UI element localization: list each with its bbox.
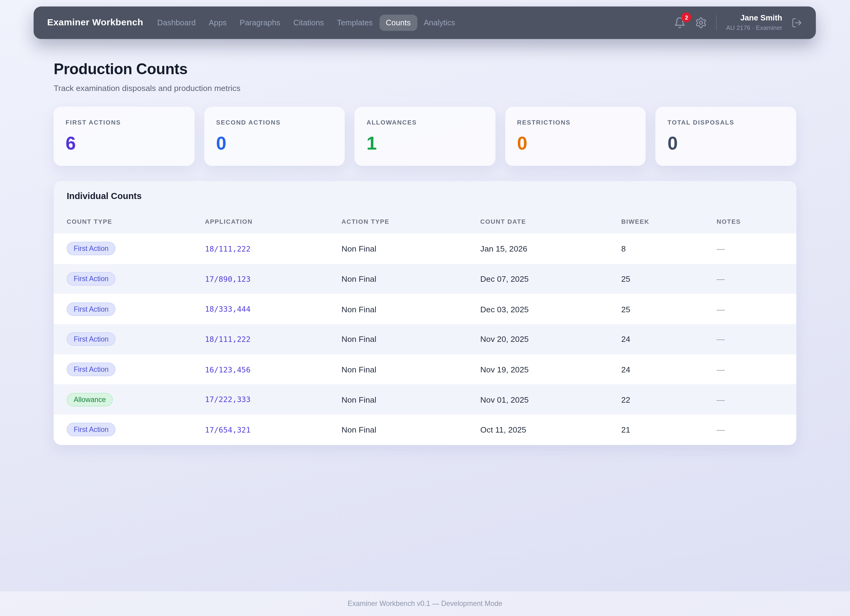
stat-card: FIRST ACTIONS 6: [54, 107, 195, 166]
count-type-badge: First Action: [67, 302, 115, 315]
biweek: 24: [621, 365, 717, 374]
count-type-badge: First Action: [67, 332, 115, 346]
action-type: Non Final: [342, 365, 480, 374]
table-row[interactable]: Allowance 17/222,333 Non Final Nov 01, 2…: [54, 384, 796, 415]
action-type: Non Final: [342, 395, 480, 404]
action-type: Non Final: [342, 304, 480, 314]
count-date: Jan 15, 2026: [480, 244, 621, 253]
stat-value: 6: [66, 134, 183, 153]
notes: —: [717, 335, 783, 344]
stat-card: RESTRICTIONS 0: [505, 107, 646, 166]
action-type: Non Final: [342, 425, 480, 434]
footer-text: Examiner Workbench v0.1 — Development Mo…: [348, 600, 502, 608]
column-header: BIWEEK: [621, 218, 717, 225]
page-title: Production Counts: [54, 61, 796, 78]
notes: —: [717, 304, 783, 314]
action-type: Non Final: [342, 274, 480, 283]
action-type: Non Final: [342, 335, 480, 344]
count-date: Nov 20, 2025: [480, 335, 621, 344]
table-row[interactable]: First Action 18/333,444 Non Final Dec 03…: [54, 294, 796, 324]
column-header: COUNT DATE: [480, 218, 621, 225]
notes: —: [717, 244, 783, 253]
notes: —: [717, 425, 783, 434]
application-number[interactable]: 16/123,456: [205, 365, 341, 374]
column-header: NOTES: [717, 218, 783, 225]
table-title: Individual Counts: [54, 181, 796, 201]
count-date: Nov 01, 2025: [480, 395, 621, 404]
count-date: Dec 03, 2025: [480, 304, 621, 314]
application-number[interactable]: 17/890,123: [205, 274, 341, 283]
biweek: 8: [621, 244, 717, 253]
table-row[interactable]: First Action 18/111,222 Non Final Jan 15…: [54, 233, 796, 264]
stat-label: TOTAL DISPOSALS: [667, 120, 784, 126]
stat-cards: FIRST ACTIONS 6 SECOND ACTIONS 0 ALLOWAN…: [54, 107, 796, 166]
application-number[interactable]: 17/654,321: [205, 426, 341, 434]
stat-value: 0: [216, 134, 333, 153]
notes: —: [717, 274, 783, 283]
main-content: Production Counts Track examination disp…: [54, 0, 796, 445]
biweek: 25: [621, 274, 717, 283]
individual-counts-card: Individual Counts COUNT TYPEAPPLICATIONA…: [54, 181, 796, 445]
table-row[interactable]: First Action 18/111,222 Non Final Nov 20…: [54, 324, 796, 354]
table-body: First Action 18/111,222 Non Final Jan 15…: [54, 233, 796, 445]
stat-card: SECOND ACTIONS 0: [204, 107, 345, 166]
application-number[interactable]: 18/111,222: [205, 244, 341, 253]
count-type-badge: First Action: [67, 242, 115, 255]
stat-label: RESTRICTIONS: [517, 120, 634, 126]
count-type-badge: Allowance: [67, 393, 113, 406]
biweek: 22: [621, 395, 717, 404]
biweek: 21: [621, 425, 717, 434]
count-type-badge: First Action: [67, 272, 115, 286]
action-type: Non Final: [342, 244, 480, 253]
table-row[interactable]: First Action 17/890,123 Non Final Dec 07…: [54, 264, 796, 294]
table-row[interactable]: First Action 16/123,456 Non Final Nov 19…: [54, 354, 796, 384]
count-date: Dec 07, 2025: [480, 274, 621, 283]
application-number[interactable]: 17/222,333: [205, 395, 341, 404]
page-subtitle: Track examination disposals and producti…: [54, 83, 796, 93]
stat-value: 0: [667, 134, 784, 153]
count-date: Oct 11, 2025: [480, 425, 621, 434]
count-date: Nov 19, 2025: [480, 365, 621, 374]
application-number[interactable]: 18/111,222: [205, 335, 341, 344]
count-type-badge: First Action: [67, 423, 115, 437]
footer: Examiner Workbench v0.1 — Development Mo…: [0, 591, 850, 616]
table-header-row: COUNT TYPEAPPLICATIONACTION TYPECOUNT DA…: [54, 210, 796, 233]
stat-label: ALLOWANCES: [367, 120, 483, 126]
stat-value: 0: [517, 134, 634, 153]
stat-value: 1: [367, 134, 483, 153]
stat-card: TOTAL DISPOSALS 0: [655, 107, 796, 166]
stat-label: SECOND ACTIONS: [216, 120, 333, 126]
biweek: 24: [621, 335, 717, 344]
notes: —: [717, 365, 783, 374]
count-type-badge: First Action: [67, 363, 115, 376]
column-header: APPLICATION: [205, 218, 341, 225]
page: Examiner Workbench DashboardAppsParagrap…: [0, 0, 850, 616]
stat-label: FIRST ACTIONS: [66, 120, 183, 126]
application-number[interactable]: 18/333,444: [205, 305, 341, 313]
column-header: ACTION TYPE: [342, 218, 480, 225]
biweek: 25: [621, 304, 717, 314]
column-header: COUNT TYPE: [67, 218, 205, 225]
notes: —: [717, 395, 783, 404]
table-row[interactable]: First Action 17/654,321 Non Final Oct 11…: [54, 414, 796, 445]
stat-card: ALLOWANCES 1: [355, 107, 495, 166]
